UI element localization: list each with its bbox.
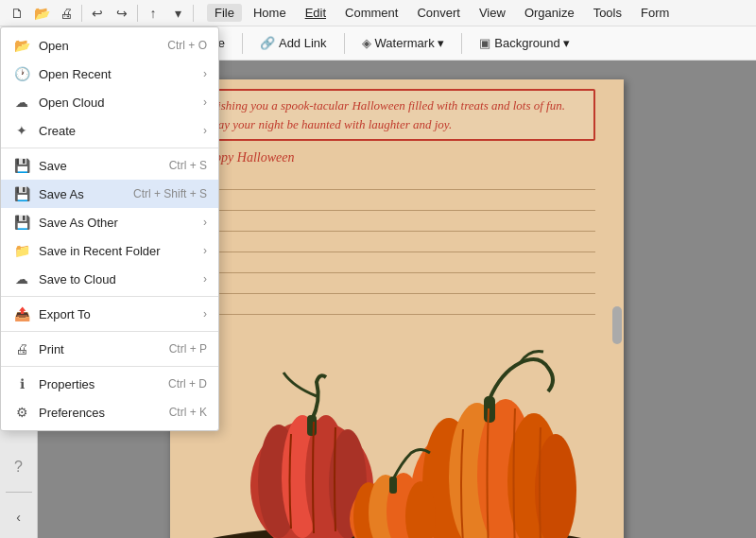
new-doc-icon[interactable]: 🗋: [6, 2, 28, 25]
open-recent-label: Open Recent: [39, 67, 203, 81]
document-text-1: Wishing you a spook-tacular Halloween fi…: [208, 96, 586, 133]
document-text-area: Wishing you a spook-tacular Halloween fi…: [198, 89, 595, 278]
share-icon[interactable]: ↑: [142, 2, 164, 25]
open-label: Open: [39, 39, 160, 53]
document-text-box-1: Wishing you a spook-tacular Halloween fi…: [198, 89, 595, 141]
menu-item-properties[interactable]: ℹ Properties Ctrl + D: [1, 370, 218, 398]
create-arrow: ›: [203, 124, 207, 137]
print-shortcut: Ctrl + P: [169, 342, 207, 356]
menu-separator-1: [1, 148, 218, 148]
menu-item-export[interactable]: 📤 Export To ›: [1, 300, 218, 328]
doc-line-4: [198, 232, 595, 252]
save-as-icon: 💾: [12, 184, 31, 203]
scroll-handle[interactable]: [612, 306, 622, 344]
properties-icon: ℹ: [12, 374, 31, 393]
menu-edit[interactable]: Edit: [298, 4, 334, 22]
preferences-icon: ⚙: [12, 403, 31, 422]
undo-icon[interactable]: ↩: [86, 2, 109, 25]
open-cloud-label: Open Cloud: [39, 95, 203, 110]
menu-tools[interactable]: Tools: [586, 4, 629, 22]
toolbar-separator-2: [137, 5, 138, 22]
save-shortcut: Ctrl + S: [169, 159, 207, 172]
save-cloud-icon: ☁: [12, 269, 31, 288]
export-arrow: ›: [203, 307, 207, 321]
svg-rect-6: [307, 415, 317, 436]
menu-separator-2: [1, 296, 218, 297]
document-page: Wishing you a spook-tacular Halloween fi…: [170, 79, 624, 538]
open-cloud-arrow: ›: [203, 95, 207, 109]
print-label: Print: [39, 342, 162, 356]
open-recent-icon: 🕐: [12, 64, 31, 83]
menu-form[interactable]: Form: [633, 4, 677, 22]
export-label: Export To: [39, 307, 203, 321]
menu-file[interactable]: File: [207, 4, 242, 22]
toolbar-icons: 🗋 📂 🖨 ↩ ↪ ↑ ▾: [6, 2, 196, 25]
save-cloud-arrow: ›: [203, 272, 207, 286]
menu-home[interactable]: Home: [246, 4, 294, 22]
preferences-shortcut: Ctrl + K: [169, 406, 207, 419]
file-dropdown-menu: 📂 Open Ctrl + O 🕐 Open Recent › ☁ Open C…: [0, 26, 219, 431]
properties-shortcut: Ctrl + D: [168, 377, 207, 390]
save-recent-label: Save in Recent Folder: [39, 244, 203, 258]
doc-line-3: [198, 211, 595, 232]
save-as-label: Save As: [39, 187, 126, 201]
add-link-icon: 🔗: [260, 36, 275, 50]
menu-item-save-as-other[interactable]: 💾 Save As Other ›: [1, 208, 218, 236]
background-button[interactable]: ▣ Background ▾: [470, 33, 579, 53]
menu-separator-3: [1, 331, 218, 332]
save-as-other-label: Save As Other: [39, 216, 203, 230]
help-icon[interactable]: ?: [6, 454, 32, 480]
menu-item-save-cloud[interactable]: ☁ Save to Cloud ›: [1, 265, 218, 293]
chevron-left-icon[interactable]: ‹: [6, 504, 32, 530]
save-recent-arrow: ›: [203, 244, 207, 257]
doc-line-2: [198, 190, 595, 211]
redo-icon[interactable]: ↪: [111, 2, 133, 25]
print-menu-icon: 🖨: [12, 339, 31, 358]
doc-line-6: [198, 273, 595, 294]
edit-toolbar-sep-4: [461, 33, 462, 54]
menu-item-create[interactable]: ✦ Create ›: [1, 116, 218, 145]
doc-line-5: [198, 252, 595, 273]
menu-convert[interactable]: Convert: [409, 4, 468, 22]
open-recent-arrow: ›: [203, 67, 207, 80]
save-as-other-icon: 💾: [12, 213, 31, 232]
document-happy-halloween: Happy Halloween: [198, 147, 595, 169]
menu-organize[interactable]: Organize: [517, 4, 582, 22]
save-recent-icon: 📁: [12, 241, 31, 260]
pumpkin-svg: [170, 344, 624, 538]
preferences-label: Preferences: [39, 406, 162, 420]
edit-toolbar-sep-3: [344, 33, 345, 54]
menu-item-open[interactable]: 📂 Open Ctrl + O: [1, 31, 218, 60]
create-icon: ✦: [12, 121, 31, 140]
sidebar-separator: [6, 492, 32, 493]
save-as-shortcut: Ctrl + Shift + S: [133, 187, 207, 200]
background-icon: ▣: [479, 36, 490, 50]
edit-toolbar-sep-2: [242, 33, 243, 54]
open-doc-icon[interactable]: 📂: [30, 2, 53, 25]
menu-item-print[interactable]: 🖨 Print Ctrl + P: [1, 335, 218, 363]
menu-item-save[interactable]: 💾 Save Ctrl + S: [1, 151, 218, 180]
document-text-2: Happy Halloween: [198, 150, 595, 165]
open-cloud-icon: ☁: [12, 93, 31, 112]
add-link-button[interactable]: 🔗 Add Link: [250, 33, 336, 53]
create-label: Create: [39, 124, 203, 138]
export-icon: 📤: [12, 304, 31, 323]
menu-view[interactable]: View: [472, 4, 513, 22]
menu-item-preferences[interactable]: ⚙ Preferences Ctrl + K: [1, 398, 218, 426]
menu-item-open-recent[interactable]: 🕐 Open Recent ›: [1, 60, 218, 88]
menu-item-save-as[interactable]: 💾 Save As Ctrl + Shift + S: [1, 180, 218, 208]
pumpkin-illustration: [170, 344, 624, 538]
menu-item-open-cloud[interactable]: ☁ Open Cloud ›: [1, 88, 218, 116]
doc-line-1: [198, 169, 595, 190]
open-icon: 📂: [12, 36, 31, 55]
properties-label: Properties: [39, 377, 161, 391]
more-icon[interactable]: ▾: [166, 2, 189, 25]
print-icon[interactable]: 🖨: [55, 2, 77, 25]
menu-comment[interactable]: Comment: [337, 4, 405, 22]
watermark-label: Watermark ▾: [375, 36, 445, 50]
open-shortcut: Ctrl + O: [167, 39, 207, 52]
menu-item-save-recent[interactable]: 📁 Save in Recent Folder ›: [1, 236, 218, 265]
watermark-icon: ◈: [362, 36, 371, 50]
watermark-button[interactable]: ◈ Watermark ▾: [352, 33, 455, 53]
save-icon: 💾: [12, 156, 31, 175]
